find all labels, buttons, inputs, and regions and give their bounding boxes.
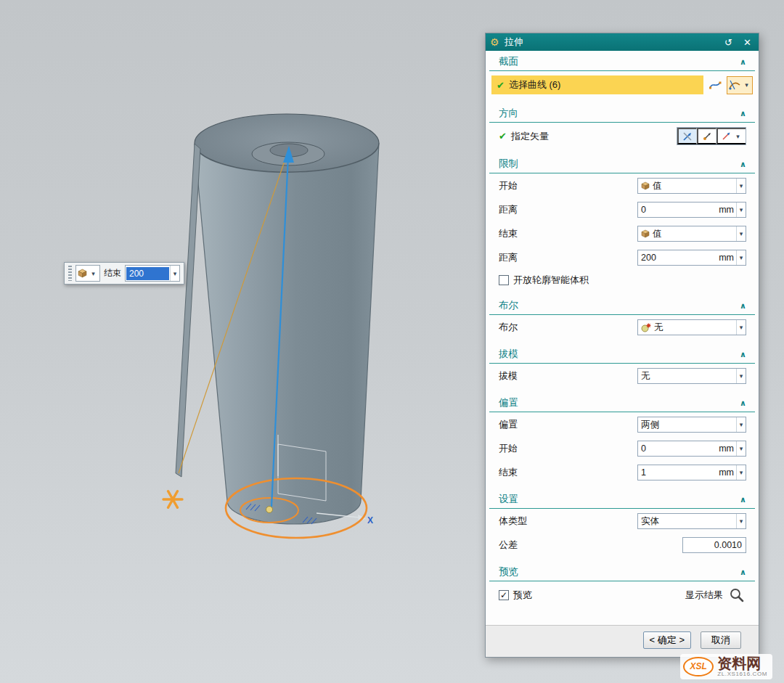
toolbar-grip[interactable]	[68, 266, 72, 281]
close-icon[interactable]: ✕	[740, 36, 754, 49]
offset-start-unit: mm	[719, 443, 734, 454]
ok-button[interactable]: < 确定 >	[643, 631, 691, 649]
inferred-vector-button[interactable]	[697, 128, 716, 144]
watermark-site-name: 资料网	[717, 656, 761, 671]
start-distance-value[interactable]: 0	[641, 205, 719, 215]
offset-label: 偏置	[499, 418, 518, 431]
body-type-row: 体类型 实体 ▾	[486, 509, 759, 533]
offset-start-input[interactable]: 0 mm ▾	[637, 441, 746, 457]
section-header-preview[interactable]: 预览 ∧	[489, 565, 755, 581]
end-option-value: 值	[653, 228, 736, 240]
end-label: 结束	[104, 267, 121, 279]
cube-icon	[641, 181, 650, 190]
cylinder-model[interactable]	[176, 114, 379, 524]
collapse-chevron-icon[interactable]: ∧	[740, 57, 746, 67]
start-point-asterisk[interactable]	[163, 491, 182, 508]
offset-start-value[interactable]: 0	[641, 443, 719, 454]
chevron-down-icon[interactable]: ▾	[736, 179, 746, 193]
chevron-down-icon[interactable]: ▾	[736, 417, 746, 432]
end-option-dropdown[interactable]: 值 ▾	[637, 226, 746, 242]
start-option-dropdown[interactable]: 值 ▾	[637, 178, 746, 194]
x-axis-label: X	[367, 515, 373, 525]
cancel-button[interactable]: 取消	[701, 631, 741, 649]
end-distance-unit: mm	[719, 253, 734, 263]
tolerance-input[interactable]: 0.0010	[682, 537, 746, 553]
tolerance-row: 公差 0.0010	[486, 533, 759, 557]
section-header-draft[interactable]: 拔模 ∧	[489, 348, 755, 364]
open-profile-row: 开放轮廓智能体积	[486, 269, 759, 290]
offset-end-input[interactable]: 1 mm ▾	[637, 465, 746, 480]
dialog-options-gear-icon[interactable]: ⚙	[490, 36, 499, 48]
section-header-limits[interactable]: 限制 ∧	[489, 158, 755, 173]
chevron-down-icon[interactable]: ▾	[736, 514, 746, 528]
draft-header-label: 拔模	[499, 348, 518, 361]
boolean-dropdown[interactable]: 无 ▾	[637, 319, 746, 335]
chevron-down-icon[interactable]: ▾	[736, 250, 746, 265]
sketch-curve-icon	[728, 78, 741, 91]
offset-start-label: 开始	[499, 442, 518, 455]
select-curve-field[interactable]: ✔ 选择曲线 (6)	[491, 75, 703, 94]
body-type-dropdown[interactable]: 实体 ▾	[637, 513, 746, 529]
body-type-value: 实体	[641, 515, 736, 528]
chevron-down-icon[interactable]: ▾	[170, 266, 179, 281]
draft-dropdown[interactable]: 无 ▾	[637, 368, 746, 384]
section-header-section[interactable]: 截面 ∧	[489, 55, 755, 71]
chevron-down-icon[interactable]: ▾	[736, 226, 746, 241]
end-distance-field[interactable]: 200 mm ▾	[637, 250, 746, 266]
collapse-chevron-icon[interactable]: ∧	[740, 495, 746, 504]
dialog-footer: < 确定 > 取消	[486, 625, 759, 657]
offset-end-label: 结束	[499, 466, 518, 479]
end-option-mini-dropdown[interactable]: ▾	[75, 265, 100, 282]
boolean-value: 无	[654, 322, 736, 334]
offset-end-value[interactable]: 1	[641, 467, 719, 478]
end-distance-value[interactable]: 200	[641, 253, 719, 263]
draft-value: 无	[641, 370, 736, 383]
preview-checkbox[interactable]: ✓	[499, 590, 509, 600]
open-profile-checkbox[interactable]	[499, 275, 509, 285]
section-header-label: 截面	[499, 55, 518, 68]
watermark-site-url: ZL.XS1616.COM	[717, 671, 767, 677]
collapse-chevron-icon[interactable]: ∧	[740, 398, 746, 408]
collapse-chevron-icon[interactable]: ∧	[740, 160, 746, 169]
vector-type-dropdown[interactable]: ▾	[716, 128, 746, 144]
chevron-down-icon[interactable]: ▾	[736, 441, 746, 456]
sketch-section-button[interactable]: ▾	[727, 76, 753, 94]
chevron-down-icon[interactable]: ▾	[736, 320, 746, 335]
collapse-chevron-icon[interactable]: ∧	[740, 568, 746, 577]
dialog-titlebar[interactable]: ⚙ 拉伸 ↺ ✕	[486, 33, 759, 51]
reset-icon[interactable]: ↺	[722, 36, 735, 49]
start-distance-unit: mm	[719, 205, 734, 215]
limits-header-label: 限制	[499, 158, 518, 171]
start-distance-input[interactable]: 0 mm ▾	[637, 202, 746, 218]
point-arrow-icon	[702, 131, 712, 142]
vector-dialog-button[interactable]	[677, 128, 697, 144]
chevron-down-icon[interactable]: ▾	[736, 369, 746, 383]
collapse-chevron-icon[interactable]: ∧	[740, 350, 746, 359]
collapse-chevron-icon[interactable]: ∧	[740, 109, 746, 118]
open-profile-label: 开放轮廓智能体积	[513, 274, 589, 287]
offset-end-unit: mm	[719, 467, 734, 478]
offset-end-row: 结束 1 mm ▾	[486, 460, 759, 484]
vector-cross-icon	[682, 131, 693, 142]
origin-handle[interactable]	[266, 507, 273, 513]
tolerance-value[interactable]: 0.0010	[714, 540, 742, 550]
offset-dropdown[interactable]: 两侧 ▾	[637, 417, 746, 433]
chevron-down-icon[interactable]: ▾	[736, 465, 746, 480]
tolerance-label: 公差	[499, 539, 518, 552]
section-header-boolean[interactable]: 布尔 ∧	[489, 299, 755, 315]
start-distance-row: 距离 0 mm ▾	[486, 197, 759, 221]
end-distance-value[interactable]: 200	[126, 267, 169, 280]
floating-end-distance-toolbar[interactable]: ▾ 结束 200 ▾	[64, 262, 184, 285]
preview-label: 预览	[513, 589, 532, 602]
chevron-down-icon[interactable]: ▾	[736, 203, 746, 217]
collapse-chevron-icon[interactable]: ∧	[740, 301, 746, 311]
show-result-button[interactable]	[727, 586, 746, 604]
section-header-direction[interactable]: 方向 ∧	[489, 107, 755, 123]
show-result-label: 显示结果	[685, 589, 723, 602]
section-header-settings[interactable]: 设置 ∧	[489, 493, 755, 509]
end-label: 结束	[499, 227, 518, 240]
watermark-logo: XSL	[683, 657, 714, 676]
curve-rule-button[interactable]	[706, 76, 724, 94]
end-distance-input[interactable]: 200 ▾	[125, 265, 180, 282]
section-header-offset[interactable]: 偏置 ∧	[489, 396, 755, 412]
